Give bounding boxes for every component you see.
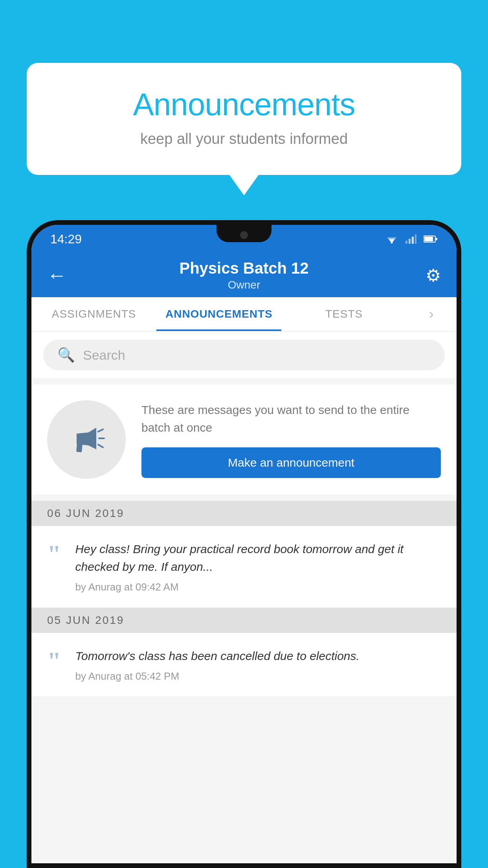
settings-icon[interactable]: ⚙ (426, 265, 441, 285)
wifi-icon (385, 234, 398, 244)
promo-card: These are messages you want to send to t… (31, 384, 457, 495)
announcement-item-1[interactable]: " Hey class! Bring your practical record… (31, 526, 457, 608)
svg-rect-9 (424, 237, 433, 241)
tab-more[interactable]: › (407, 297, 457, 331)
svg-rect-10 (436, 238, 437, 240)
bubble-title: Announcements (58, 86, 430, 123)
announcement-item-2[interactable]: " Tomorrow's class has been cancelled du… (31, 633, 457, 697)
megaphone-icon (67, 420, 106, 459)
announcement-icon-circle (47, 400, 126, 479)
app-bar-subtitle: Owner (31, 279, 457, 291)
app-bar-title-container: Physics Batch 12 Owner (31, 259, 457, 291)
quote-icon-2: " (47, 649, 61, 682)
announcement-meta-2: by Anurag at 05:42 PM (75, 670, 441, 682)
tab-announcements[interactable]: ANNOUNCEMENTS (156, 297, 281, 331)
date-separator-1: 06 JUN 2019 (31, 501, 457, 526)
svg-point-3 (391, 242, 393, 244)
search-icon: 🔍 (57, 347, 75, 363)
status-time: 14:29 (50, 232, 82, 246)
app-bar-title: Physics Batch 12 (31, 259, 457, 277)
speech-bubble-container: Announcements keep all your students inf… (27, 63, 461, 175)
announcement-content-1: Hey class! Bring your practical record b… (75, 540, 441, 593)
date-separator-2: 05 JUN 2019 (31, 608, 457, 633)
status-bar: 14:29 (31, 225, 457, 253)
search-input[interactable]: Search (83, 348, 125, 363)
announcement-text-1: Hey class! Bring your practical record b… (75, 540, 441, 576)
make-announcement-button[interactable]: Make an announcement (141, 447, 441, 478)
svg-rect-5 (409, 239, 411, 244)
announcement-content-2: Tomorrow's class has been cancelled due … (75, 647, 441, 682)
search-bar[interactable]: 🔍 Search (43, 340, 445, 370)
svg-rect-7 (415, 234, 416, 244)
bubble-subtitle: keep all your students informed (58, 131, 430, 147)
content-area: 🔍 Search These are messages you wa (31, 332, 457, 863)
notch (216, 225, 272, 242)
quote-icon-1: " (47, 542, 61, 593)
announcement-text-2: Tomorrow's class has been cancelled due … (75, 647, 441, 665)
svg-rect-4 (405, 241, 407, 244)
front-camera (240, 231, 248, 239)
tab-tests[interactable]: TESTS (281, 297, 406, 331)
signal-icon (405, 234, 416, 244)
svg-line-12 (98, 429, 103, 432)
battery-icon (424, 235, 438, 243)
search-container: 🔍 Search (31, 332, 457, 378)
svg-rect-11 (76, 443, 83, 452)
phone-frame: 14:29 (27, 220, 461, 868)
announcement-meta-1: by Anurag at 09:42 AM (75, 581, 441, 593)
status-icons (385, 234, 438, 244)
tabs-bar: ASSIGNMENTS ANNOUNCEMENTS TESTS › (31, 297, 457, 332)
phone-screen: 14:29 (31, 225, 457, 863)
app-bar: ← Physics Batch 12 Owner ⚙ (31, 253, 457, 297)
svg-rect-6 (412, 237, 414, 244)
tab-assignments[interactable]: ASSIGNMENTS (31, 297, 156, 331)
speech-bubble: Announcements keep all your students inf… (27, 63, 461, 175)
promo-content: These are messages you want to send to t… (141, 401, 441, 478)
promo-description: These are messages you want to send to t… (141, 401, 441, 436)
svg-line-14 (98, 445, 103, 447)
